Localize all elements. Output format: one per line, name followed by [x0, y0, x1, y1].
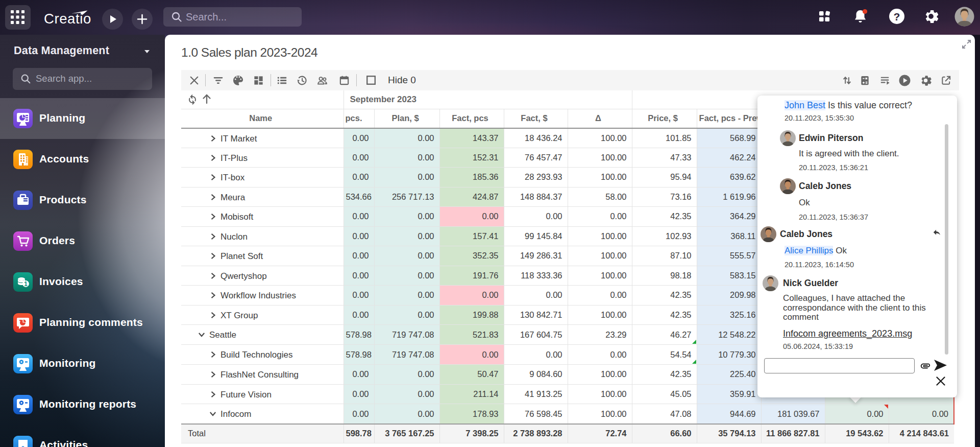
svg-text:?: ? [894, 11, 900, 22]
svg-text:1: 1 [24, 280, 28, 288]
